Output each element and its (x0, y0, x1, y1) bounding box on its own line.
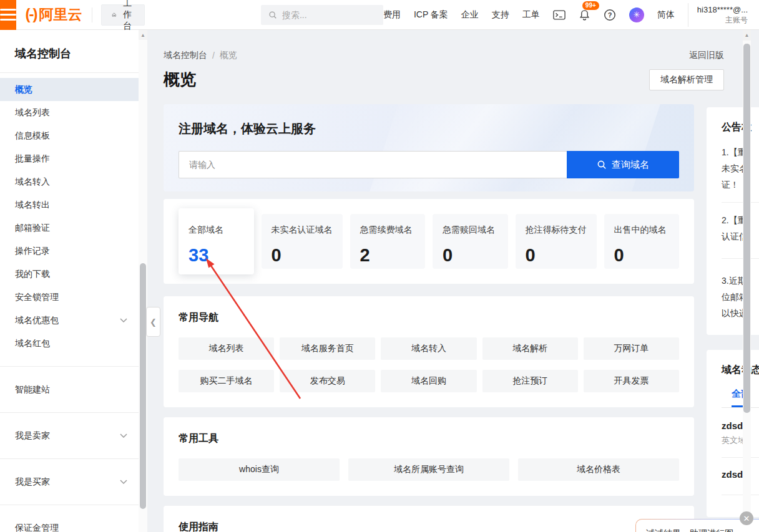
sidebar-item-buyer[interactable]: 我是买家 (0, 470, 139, 493)
scroll-up-icon[interactable]: ▲ (743, 30, 751, 41)
nav-btn-buy-secondhand[interactable]: 购买二手域名 (179, 370, 274, 392)
nav-billing[interactable]: 费用 (383, 9, 401, 21)
right-column: 公告栏 1.【重 未实名 证！ 2.【重 认证信 3.近期 位邮箱 以快递 域名… (707, 107, 759, 517)
sidebar-item-info-template[interactable]: 信息模板 (0, 124, 139, 147)
nav-ticket[interactable]: 工单 (522, 9, 540, 21)
account-menu[interactable]: hi318*****@... 主账号 (688, 3, 753, 27)
search-icon (597, 160, 607, 170)
query-domain-button[interactable]: 查询域名 (567, 151, 679, 178)
console-terminal-icon[interactable] (553, 9, 566, 21)
page-scrollbar-thumb[interactable] (743, 44, 750, 413)
domain-item-name[interactable]: zdsdf (722, 469, 759, 480)
sidebar-item-deposit[interactable]: 保证金管理 (0, 516, 139, 532)
sidebar-item-batch-ops[interactable]: 批量操作 (0, 147, 139, 170)
nav-support[interactable]: 支持 (492, 9, 509, 21)
breadcrumb-root[interactable]: 域名控制台 (164, 50, 207, 61)
aliyun-logo-mark: (-) (25, 6, 36, 23)
nav-btn-buyback[interactable]: 域名回购 (381, 370, 476, 392)
back-to-old-link[interactable]: 返回旧版 (689, 50, 724, 61)
nav-btn-invoice[interactable]: 开具发票 (584, 370, 679, 392)
stat-unverified-domains[interactable]: 未实名认证域名 0 (262, 214, 343, 269)
sidebar-item-overview[interactable]: 概览 (0, 78, 139, 101)
sidebar-item-seller[interactable]: 我是卖家 (0, 424, 139, 447)
workbench-label: 工作台 (121, 0, 134, 32)
sidebar-divider (0, 412, 139, 413)
nav-enterprise[interactable]: 企业 (461, 9, 479, 21)
nav-btn-publish-trade[interactable]: 发布交易 (280, 370, 375, 392)
domain-item-name[interactable]: zdsdf (722, 420, 759, 431)
sidebar-item-domain-redpacket[interactable]: 域名红包 (0, 332, 139, 355)
announcement-item[interactable]: 1.【重 未实名 证！ (722, 144, 759, 193)
section-title: 常用工具 (179, 432, 679, 445)
common-nav-card: 常用导航 域名列表 域名服务首页 域名转入 域名解析 万网订单 购买二手域名 发… (164, 296, 694, 407)
stat-redeem-needed[interactable]: 急需赎回域名 0 (433, 214, 508, 269)
top-bar: (-) 阿里云 工作台 费用 ICP 备案 企业 支持 工单 99+ (0, 0, 759, 30)
sidebar-item-label: 安全锁管理 (15, 286, 59, 309)
sidebar-item-domain-list[interactable]: 域名列表 (0, 101, 139, 124)
language-switch[interactable]: 简体 (657, 9, 675, 21)
nav-btn-transfer-in[interactable]: 域名转入 (381, 337, 476, 360)
announcement-item[interactable]: 3.近期 位邮箱 以快递 (722, 273, 759, 321)
hamburger-menu-button[interactable] (0, 0, 16, 30)
close-icon[interactable]: ✕ (740, 511, 753, 525)
sidebar-item-domain-packages[interactable]: 域名优惠包 (0, 309, 139, 332)
tool-btn-price-list[interactable]: 域名价格表 (518, 458, 679, 481)
sidebar-item-label: 邮箱验证 (15, 216, 50, 239)
domain-search-input[interactable] (179, 151, 567, 178)
page-root: (-) 阿里云 工作台 费用 ICP 备案 企业 支持 工单 99+ (0, 0, 759, 532)
aliyun-logo[interactable]: (-) 阿里云 (25, 5, 82, 24)
sidebar-divider (0, 505, 139, 505)
tool-btn-whois[interactable]: whois查询 (179, 458, 340, 481)
sidebar-item-transfer-in[interactable]: 域名转入 (0, 170, 139, 193)
sidebar-scrollbar[interactable]: ▲ (139, 30, 147, 532)
sidebar-item-security-lock[interactable]: 安全锁管理 (0, 286, 139, 309)
stat-label: 全部域名 (189, 225, 244, 236)
ai-assistant-icon[interactable]: ✳ (629, 7, 644, 22)
nav-btn-wanwang-orders[interactable]: 万网订单 (584, 337, 679, 360)
sidebar-collapse-handle[interactable]: ❮ (146, 307, 160, 337)
sidebar-title: 域名控制台 (0, 30, 139, 73)
announcement-card: 公告栏 1.【重 未实名 证！ 2.【重 认证信 3.近期 位邮箱 以快递 (707, 107, 759, 335)
banner-search-row: 查询域名 (179, 151, 679, 178)
sidebar-item-transfer-out[interactable]: 域名转出 (0, 193, 139, 216)
announcement-line: 2.【重 (722, 212, 759, 228)
page-title: 概览 (164, 69, 196, 90)
stat-on-sale[interactable]: 出售中的域名 0 (604, 214, 680, 269)
dns-manage-button[interactable]: 域名解析管理 (649, 69, 724, 90)
sidebar-item-label: 域名优惠包 (15, 309, 59, 332)
domain-stats-card: 全部域名 33 未实名认证域名 0 急需续费域名 2 急需赎回域名 0 抢注得标… (164, 199, 694, 284)
stat-all-domains[interactable]: 全部域名 33 (179, 208, 254, 274)
sidebar-item-my-downloads[interactable]: 我的下载 (0, 263, 139, 286)
stat-backorder-pay[interactable]: 抢注得标待支付 0 (516, 214, 597, 269)
sidebar-item-operation-log[interactable]: 操作记录 (0, 239, 139, 263)
announcement-item[interactable]: 2.【重 认证信 (722, 212, 759, 244)
workbench-button[interactable]: 工作台 (101, 4, 145, 26)
scroll-up-icon[interactable]: ▲ (139, 30, 147, 40)
tool-btn-account-lookup[interactable]: 域名所属账号查询 (348, 458, 509, 481)
stat-label: 抢注得标待支付 (526, 225, 587, 236)
help-icon[interactable]: ? (604, 9, 616, 21)
header-search-input[interactable] (282, 10, 376, 20)
nav-icp[interactable]: ICP 备案 (414, 9, 448, 21)
stat-label: 未实名认证域名 (272, 225, 333, 236)
header-divider (92, 7, 92, 22)
nav-btn-dns[interactable]: 域名解析 (482, 337, 578, 360)
nav-btn-backorder[interactable]: 抢注预订 (482, 370, 578, 392)
stat-renewal-needed[interactable]: 急需续费域名 2 (350, 214, 426, 269)
sidebar-item-label: 概览 (15, 78, 32, 101)
notification-bell-icon[interactable]: 99+ (579, 9, 590, 21)
announcement-line: 证！ (722, 177, 759, 193)
divider (722, 258, 759, 259)
nav-btn-domain-list[interactable]: 域名列表 (179, 337, 274, 360)
sidebar-item-email-verify[interactable]: 邮箱验证 (0, 216, 139, 239)
nav-btn-domain-home[interactable]: 域名服务首页 (280, 337, 375, 360)
sidebar-item-label: 信息模板 (15, 124, 50, 147)
stat-value: 0 (272, 245, 333, 266)
header-search[interactable] (261, 5, 383, 25)
divider (722, 202, 759, 203)
sidebar-item-smart-website[interactable]: 智能建站 (0, 378, 139, 401)
notification-badge: 99+ (582, 1, 599, 10)
sidebar-scrollbar-thumb[interactable] (140, 263, 146, 509)
page-scrollbar[interactable]: ▲ (743, 30, 751, 532)
chevron-down-icon (120, 318, 127, 322)
